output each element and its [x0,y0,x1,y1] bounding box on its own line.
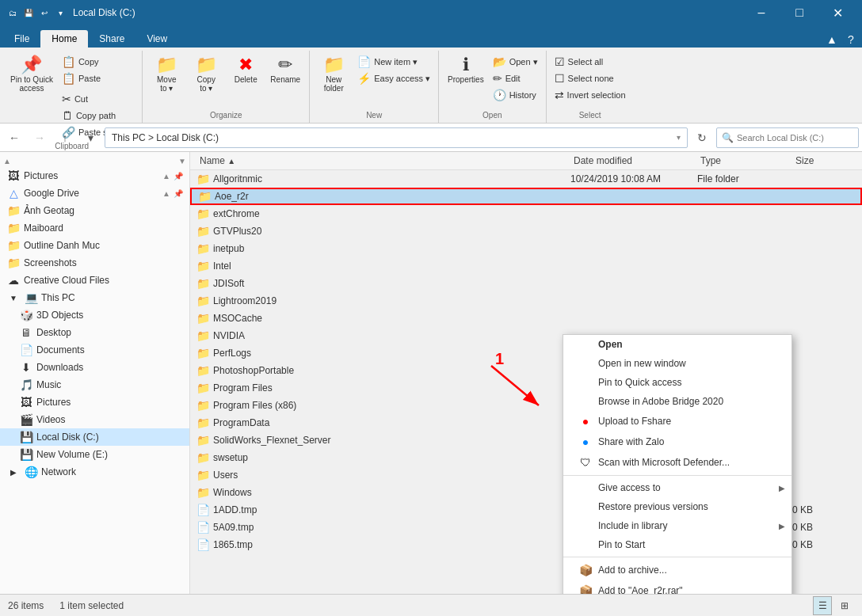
ctx-adobe-label: Browse in Adobe Bridge 2020 [598,396,723,407]
ctx-restore-prev[interactable]: Restore previous versions [563,497,791,516]
google-drive-pin[interactable]: 📌 [174,189,183,198]
dropdown-icon[interactable]: ▾ [54,6,67,19]
col-date-modified[interactable]: Date modified [570,154,697,168]
sidebar-item-3d-objects[interactable]: 🎲 3D Objects [0,306,189,324]
refresh-button[interactable]: ↻ [691,127,713,149]
help-button[interactable]: ? [843,32,859,48]
sidebar-item-maiboard[interactable]: 📁 Maiboard [0,219,189,237]
ribbon-collapse[interactable]: ▲ [824,32,840,48]
properties-button[interactable]: ℹ Properties [444,54,488,86]
select-all-button[interactable]: ☑ Select all [551,54,629,70]
3d-objects-icon: 🎲 [19,309,33,321]
pin-quick-access-button[interactable]: 📌 Pin to Quickaccess [6,54,57,95]
copy-button[interactable]: 📋 Copy [59,54,137,70]
minimize-button[interactable]: – [743,0,780,25]
ctx-pin-quick[interactable]: Pin to Quick access [563,373,791,392]
sidebar-item-pictures[interactable]: 🖼 Pictures ▲ 📌 [0,167,189,184]
select-all-label: Select all [568,57,604,67]
file-row-gtvplus20[interactable]: 📁 GTVPlus20 [190,222,862,240]
copy-path-button[interactable]: 🗒 Copy path [59,108,137,124]
ctx-share-zalo[interactable]: ● Share with Zalo [563,432,791,452]
open-button[interactable]: 📂 Open ▾ [490,54,541,70]
ctx-upload-fshare[interactable]: ● Upload to Fshare [563,411,791,432]
file-row-allgoritnmic[interactable]: 📁 Allgoritnmic 10/24/2019 10:08 AM File … [190,170,862,188]
sidebar-item-outline[interactable]: 📁 Outline Danh Muc [0,237,189,254]
large-icons-view-button[interactable]: ⊞ [835,596,854,615]
sidebar-label-desktop: Desktop [36,327,183,338]
delete-button[interactable]: ✖ Delete [227,54,265,86]
cut-button[interactable]: ✂ Cut [59,91,137,107]
sidebar-item-desktop[interactable]: 🖥 Desktop [0,324,189,341]
save-icon[interactable]: 💾 [22,6,35,19]
rename-button[interactable]: ✏ Rename [266,54,304,86]
ctx-browse-adobe[interactable]: Browse in Adobe Bridge 2020 [563,392,791,411]
pictures-pin[interactable]: 📌 [174,172,183,181]
up-button[interactable]: ↑ [54,127,76,149]
ctx-include-library[interactable]: Include in library [563,516,791,535]
search-input[interactable] [737,133,848,143]
tab-view[interactable]: View [135,30,178,48]
ctx-scan-defender[interactable]: 🛡 Scan with Microsoft Defender... [563,452,791,473]
collapse-all[interactable]: ▲ [3,157,11,165]
col-type[interactable]: Type [697,154,792,168]
sidebar-item-music[interactable]: 🎵 Music [0,376,189,394]
tab-file[interactable]: File [3,30,40,48]
folder-icon-pf: 📁 [196,382,210,394]
ctx-pin-start[interactable]: Pin to Start [563,535,791,554]
easy-access-button[interactable]: ⚡ Easy access ▾ [354,70,433,86]
sidebar-item-videos[interactable]: 🎬 Videos [0,411,189,428]
ctx-add-archive[interactable]: 📦 Add to archive... [563,560,791,580]
edit-button[interactable]: ✏ Edit [490,70,541,86]
undo-icon[interactable]: ↩ [38,6,51,19]
close-button[interactable]: ✕ [819,0,856,25]
file-row-msocache[interactable]: 📁 MSOCache [190,310,862,327]
sidebar-item-new-volume-e[interactable]: 💾 New Volume (E:) [0,446,189,463]
details-view-button[interactable]: ☰ [813,596,832,615]
sidebar-item-anh-geotag[interactable]: 📁 Ảnh Geotag [0,202,189,219]
col-name[interactable]: Name ▲ [196,154,570,168]
folder-icon-swset: 📁 [196,451,210,464]
sidebar-item-network[interactable]: ▶ 🌐 Network [0,463,189,481]
pictures-icon: 🖼 [6,169,21,182]
sidebar-item-documents[interactable]: 📄 Documents [0,341,189,359]
paste-button[interactable]: 📋 Paste [59,70,137,86]
file-row-inetpub[interactable]: 📁 inetpub [190,240,862,257]
file-row-aoe-r2r[interactable]: 📁 Aoe_r2r [190,188,862,205]
copy-to-button[interactable]: 📁 Copyto ▾ [187,54,225,95]
ctx-add-aoe-rar[interactable]: 📦 Add to "Aoe_r2r.rar" [563,580,791,594]
recent-locations-button[interactable]: ▾ [79,127,101,149]
sidebar-label-screenshots: Screenshots [24,257,183,268]
tab-share[interactable]: Share [88,30,135,48]
file-row-intel[interactable]: 📁 Intel [190,257,862,275]
sidebar-item-google-drive[interactable]: △ Google Drive ▲ 📌 [0,184,189,202]
sidebar-item-local-disk-c[interactable]: 💾 Local Disk (C:) [0,428,189,446]
back-button[interactable]: ← [3,127,25,149]
history-button[interactable]: 🕐 History [490,87,541,103]
tab-home[interactable]: Home [40,30,88,48]
copy-to-icon: 📁 [196,56,217,74]
new-item-button[interactable]: 📄 New item ▾ [354,54,433,70]
file-row-lightroom[interactable]: 📁 Lightroom2019 [190,292,862,310]
ctx-open[interactable]: Open [563,335,791,354]
ctx-open-new-window[interactable]: Open in new window [563,354,791,373]
expand-all[interactable]: ▼ [178,157,186,165]
select-none-button[interactable]: ☐ Select none [551,70,629,86]
forward-button[interactable]: → [29,127,51,149]
move-to-button[interactable]: 📁 Moveto ▾ [147,54,185,95]
sidebar-item-pictures2[interactable]: 🖼 Pictures [0,394,189,411]
maximize-button[interactable]: □ [781,0,818,25]
sidebar-item-creative-cloud[interactable]: ☁ Creative Cloud Files [0,272,189,289]
path-dropdown[interactable]: ▾ [677,133,681,142]
new-folder-button[interactable]: 📁 Newfolder [315,54,353,95]
item-count: 26 items [8,600,44,611]
pictures-arrow: ▲ [162,172,170,181]
invert-selection-button[interactable]: ⇄ Invert selection [551,87,629,103]
sidebar-item-this-pc[interactable]: ▼ 💻 This PC [0,289,189,306]
file-row-jdisoft[interactable]: 📁 JDISoft [190,275,862,292]
file-row-extchrome[interactable]: 📁 extChrome [190,205,862,222]
sidebar-item-downloads[interactable]: ⬇ Downloads [0,359,189,376]
sidebar-item-screenshots[interactable]: 📁 Screenshots [0,254,189,272]
col-size[interactable]: Size [792,154,856,168]
ctx-give-access[interactable]: Give access to [563,478,791,497]
address-path[interactable]: This PC > Local Disk (C:) ▾ [105,127,688,148]
